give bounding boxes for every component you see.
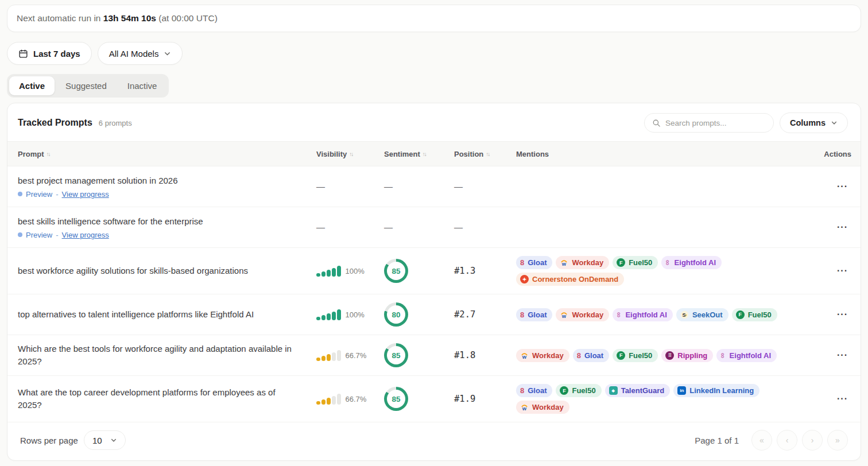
mention-badge[interactable]: FFuel50 [613,256,658,269]
brand-logo-icon: w [560,310,568,319]
position-cell: #2.7 [454,309,516,320]
sentiment-cell: 85 [384,259,454,283]
row-actions-button[interactable]: ··· [834,220,851,235]
sentiment-cell: — [384,181,454,192]
sentiment-value: 85 [387,390,405,408]
mention-badge[interactable]: inLinkedIn Learning [673,384,760,397]
mention-badge[interactable]: 8Gloat [516,308,552,321]
next-run-banner: Next automatic run in 13h 54m 10s (at 00… [7,5,861,32]
visibility-percent: 100% [346,267,365,275]
columns-button[interactable]: Columns [780,112,848,133]
date-range-button[interactable]: Last 7 days [7,42,92,65]
brand-logo-icon: ∞ [664,260,672,265]
mention-badge[interactable]: 8Gloat [516,384,552,397]
visibility-bars-icon [316,266,341,277]
column-header-visibility[interactable]: Visibility↑↓ [316,150,384,158]
mentions-cell [516,226,823,228]
rows-per-page: Rows per page 10 [20,430,126,450]
view-progress-link[interactable]: View progress [62,231,109,239]
visibility-indicator: 100% [316,309,384,320]
position-value: #1.3 [454,266,475,276]
brand-logo-icon: F [617,258,625,267]
visibility-bar [327,313,331,320]
tab-active[interactable]: Active [9,76,55,95]
first-page-button[interactable]: « [751,430,772,451]
next-page-button[interactable]: › [802,430,823,451]
column-header-position[interactable]: Position↑↓ [454,150,516,158]
row-actions-button[interactable]: ··· [834,179,851,194]
row-actions-button[interactable]: ··· [834,348,851,363]
mentions-cell [516,185,823,188]
tab-inactive[interactable]: Inactive [118,76,167,95]
mention-badge[interactable]: ∞Eightfold AI [716,349,777,362]
mention-badge[interactable]: 8Gloat [573,349,609,362]
date-range-label: Last 7 days [33,49,80,59]
mention-badge[interactable]: ⠿Rippling [661,349,713,362]
mention-badge[interactable]: ◆TalentGuard [605,384,671,397]
view-progress-link[interactable]: View progress [62,190,109,199]
search-box[interactable] [644,113,774,133]
brand-logo-icon: F [617,351,625,360]
visibility-bar [332,396,336,405]
mention-badge[interactable]: wWorkday [556,256,609,269]
position-cell: — [454,181,516,192]
mention-badge[interactable]: wWorkday [516,401,569,414]
column-header-sentiment[interactable]: Sentiment↑↓ [384,150,454,158]
position-cell: #1.8 [454,350,516,360]
preview-label: Preview [26,190,52,199]
visibility-bar [327,398,331,405]
actions-cell: ··· [834,263,851,278]
visibility-cell: 66.7% [316,394,384,405]
mention-badge[interactable]: ✦Cornerstone OnDemand [516,273,624,286]
row-actions-button[interactable]: ··· [834,391,851,406]
brand-logo-icon: 8 [520,387,524,394]
mention-badge-label: Fuel50 [629,258,652,267]
mention-badge-label: TalentGuard [621,386,665,395]
mention-badge[interactable]: FFuel50 [732,308,777,321]
visibility-cell: 66.7% [316,350,384,361]
brand-logo-icon: F [560,386,568,395]
prompt-cell: best project management solution in 2026… [18,174,316,199]
rows-per-page-select[interactable]: 10 [84,430,126,450]
last-page-button[interactable]: » [827,430,848,451]
mention-badge-label: Cornerstone OnDemand [532,275,618,284]
chevron-down-icon [164,50,171,57]
mention-badge[interactable]: FFuel50 [556,384,601,397]
mention-badge[interactable]: ∞Eightfold AI [613,308,673,321]
position-cell: #1.9 [454,394,516,404]
prev-page-button[interactable]: ‹ [777,430,797,451]
sentiment-cell: 80 [384,302,454,327]
visibility-bar [327,354,331,361]
ai-models-select[interactable]: All AI Models [98,42,183,65]
row-actions-button[interactable]: ··· [834,263,851,278]
svg-text:w: w [561,313,567,319]
pagination: Page 1 of 1 « ‹ › » [695,430,848,451]
status-separator: - [56,231,58,239]
visibility-cell: — [316,222,384,232]
visibility-bars-icon [316,350,341,361]
brand-logo-icon: 8 [577,352,581,359]
prompt-cell: top alternatives to talent intelligence … [18,308,316,321]
mention-badge[interactable]: wWorkday [516,349,569,362]
brand-logo-icon: 8 [520,259,524,266]
title-group: Tracked Prompts 6 prompts [18,118,132,128]
mention-badge[interactable]: S›SeekOut [676,308,728,321]
prompt-text: top alternatives to talent intelligence … [18,308,316,321]
sentiment-cell: 85 [384,387,454,411]
position-cell: — [454,222,516,232]
mention-badge[interactable]: wWorkday [556,308,609,321]
row-actions-button[interactable]: ··· [834,307,851,322]
mentions-cell: 8GloatFFuel50◆TalentGuardinLinkedIn Lear… [516,383,823,415]
brand-logo-icon: in [677,386,686,395]
calendar-icon [18,49,28,59]
brand-logo-icon: ∞ [615,312,623,317]
sentiment-empty: — [384,222,393,232]
mention-badge[interactable]: FFuel50 [613,349,658,362]
search-input[interactable] [665,119,766,127]
column-header-prompt[interactable]: Prompt↑↓ [18,150,316,158]
filter-row: Last 7 days All AI Models [7,42,861,65]
mention-badge[interactable]: 8Gloat [516,256,552,269]
mention-badge[interactable]: ∞Eightfold AI [661,256,722,269]
tab-suggested[interactable]: Suggested [56,76,117,95]
table-row: top alternatives to talent intelligence … [7,294,861,335]
